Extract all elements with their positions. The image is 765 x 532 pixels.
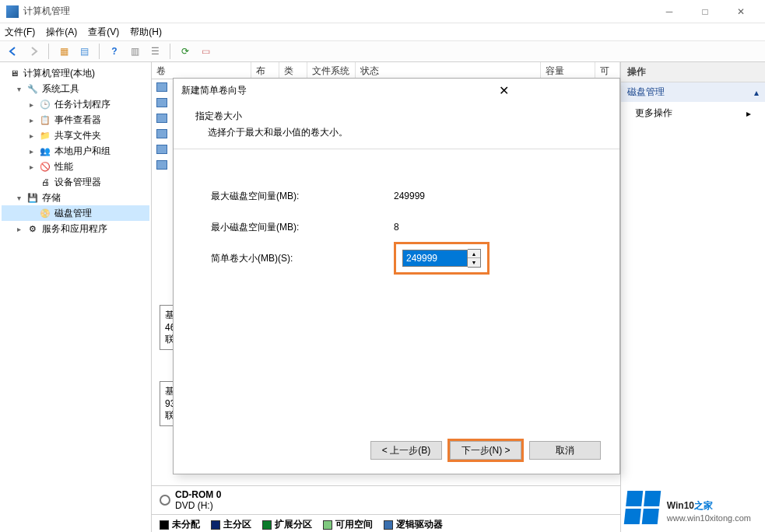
legend: 未分配 主分区 扩展分区 可用空间 逻辑驱动器 xyxy=(152,514,621,532)
col-free[interactable]: 可 xyxy=(595,62,620,79)
col-status[interactable]: 状态 xyxy=(356,62,541,79)
toolbar-separator xyxy=(99,44,100,59)
tree-shared-folders[interactable]: ▸📁共享文件夹 xyxy=(2,128,149,143)
window-title: 计算机管理 xyxy=(23,5,651,18)
expand-icon[interactable]: ▸ xyxy=(26,163,36,171)
toolbar-separator xyxy=(48,44,49,59)
cdrom-name: CD-ROM 0 xyxy=(175,489,221,500)
tree-device-manager[interactable]: 🖨设备管理器 xyxy=(2,174,149,190)
volume-size-label: 简单卷大小(MB)(S): xyxy=(211,252,394,265)
back-button[interactable]: < 上一步(B) xyxy=(370,441,442,460)
volume-icon xyxy=(156,82,167,92)
toolbar-btn-3[interactable]: ▥ xyxy=(126,43,143,60)
cancel-button[interactable]: 取消 xyxy=(529,441,601,460)
col-type[interactable]: 类型 xyxy=(279,62,307,79)
tree-task-scheduler[interactable]: ▸🕒任务计划程序 xyxy=(2,96,149,112)
menu-help[interactable]: 帮助(H) xyxy=(130,26,162,39)
actions-category[interactable]: 磁盘管理▴ xyxy=(621,82,765,102)
watermark-text: Win10之家 www.win10xitong.com xyxy=(667,493,751,523)
tree-label: 性能 xyxy=(54,160,73,173)
expand-icon[interactable]: ▸ xyxy=(26,100,36,109)
device-icon: 🖨 xyxy=(39,176,51,188)
min-space-value: 8 xyxy=(394,222,399,233)
expand-icon[interactable]: ▸ xyxy=(26,131,36,140)
col-filesystem[interactable]: 文件系统 xyxy=(307,62,356,79)
tree-disk-management[interactable]: 📀磁盘管理 xyxy=(2,205,149,221)
menu-view[interactable]: 查看(V) xyxy=(88,26,119,39)
spinner-up-button[interactable]: ▲ xyxy=(468,250,480,258)
refresh-icon[interactable]: ⟳ xyxy=(177,43,194,60)
legend-extended: 扩展分区 xyxy=(262,518,312,531)
volume-icon xyxy=(156,129,167,138)
legend-primary: 主分区 xyxy=(211,518,251,531)
tree-root[interactable]: 🖥计算机管理(本地) xyxy=(2,65,149,81)
toolbar-btn-1[interactable]: ▦ xyxy=(55,43,72,60)
tree-system-tools[interactable]: ▾🔧系统工具 xyxy=(2,81,149,96)
toolbar-btn-2[interactable]: ▤ xyxy=(75,43,93,60)
help-icon[interactable]: ? xyxy=(106,43,123,60)
maximize-button[interactable]: □ xyxy=(687,0,723,23)
volume-list-header: 卷 布局 类型 文件系统 状态 容量 可 xyxy=(152,62,620,79)
col-layout[interactable]: 布局 xyxy=(251,62,279,79)
expand-icon[interactable]: ▸ xyxy=(26,147,36,156)
services-icon: ⚙ xyxy=(26,222,39,235)
watermark-url: www.win10xitong.com xyxy=(667,513,751,523)
app-icon xyxy=(6,5,19,18)
volume-icon xyxy=(156,145,167,154)
toolbar-separator xyxy=(170,44,170,59)
expand-icon[interactable]: ▸ xyxy=(26,116,36,124)
tree-event-viewer[interactable]: ▸📋事件查看器 xyxy=(2,112,149,128)
event-icon: 📋 xyxy=(39,114,51,126)
back-button[interactable] xyxy=(5,43,22,60)
actions-more[interactable]: 更多操作▸ xyxy=(621,102,765,124)
spinner-down-button[interactable]: ▼ xyxy=(468,258,480,267)
forward-button[interactable] xyxy=(25,43,42,60)
watermark-brand: Win10 xyxy=(667,500,694,511)
menu-action[interactable]: 操作(A) xyxy=(46,26,77,39)
col-volume[interactable]: 卷 xyxy=(152,62,251,79)
cdrom-text: CD-ROM 0 DVD (H:) xyxy=(175,489,221,511)
disc-icon xyxy=(160,495,170,506)
tools-icon: 🔧 xyxy=(26,82,39,95)
toolbar-btn-5[interactable]: ▭ xyxy=(197,43,214,60)
actions-header: 操作 xyxy=(621,62,765,82)
close-button[interactable]: ✕ xyxy=(723,0,759,23)
tree-pane: 🖥计算机管理(本地) ▾🔧系统工具 ▸🕒任务计划程序 ▸📋事件查看器 ▸📁共享文… xyxy=(0,62,152,532)
tree-label: 任务计划程序 xyxy=(54,98,111,111)
next-button[interactable]: 下一步(N) > xyxy=(450,441,521,460)
new-volume-wizard-dialog: 新建简单卷向导 ✕ 指定卷大小 选择介于最大和最小值的卷大小。 最大磁盘空间量(… xyxy=(173,78,620,474)
tree-local-users[interactable]: ▸👥本地用户和组 xyxy=(2,143,149,159)
clock-icon: 🕒 xyxy=(39,98,51,110)
cdrom-drive: DVD (H:) xyxy=(175,500,221,511)
menu-file[interactable]: 文件(F) xyxy=(5,26,35,39)
volume-size-row: 简单卷大小(MB)(S): ▲ ▼ xyxy=(211,243,598,274)
storage-icon: 💾 xyxy=(26,191,39,204)
dialog-title: 新建简单卷向导 xyxy=(181,84,397,97)
legend-free: 可用空间 xyxy=(323,518,373,531)
dialog-close-button[interactable]: ✕ xyxy=(397,83,612,98)
collapse-icon[interactable]: ▾ xyxy=(14,85,23,93)
chevron-right-icon: ▸ xyxy=(746,108,751,119)
actions-item-label: 更多操作 xyxy=(635,107,672,120)
menu-bar: 文件(F) 操作(A) 查看(V) 帮助(H) xyxy=(0,23,765,40)
tree-label: 计算机管理(本地) xyxy=(23,67,95,80)
tree-label: 本地用户和组 xyxy=(54,145,111,158)
actions-pane: 操作 磁盘管理▴ 更多操作▸ xyxy=(621,62,765,532)
tree-services[interactable]: ▸⚙服务和应用程序 xyxy=(2,221,149,236)
tree-performance[interactable]: ▸🚫性能 xyxy=(2,159,149,174)
dialog-body: 指定卷大小 选择介于最大和最小值的卷大小。 最大磁盘空间量(MB): 24999… xyxy=(174,102,619,274)
toolbar-btn-4[interactable]: ☰ xyxy=(146,43,163,60)
cdrom-block[interactable]: CD-ROM 0 DVD (H:) xyxy=(152,486,621,514)
tree-storage[interactable]: ▾💾存储 xyxy=(2,190,149,205)
dialog-separator xyxy=(174,149,619,149)
minimize-button[interactable]: ─ xyxy=(651,0,687,23)
col-capacity[interactable]: 容量 xyxy=(541,62,595,79)
volume-size-input[interactable] xyxy=(402,250,468,267)
legend-unallocated: 未分配 xyxy=(160,518,200,531)
actions-category-label: 磁盘管理 xyxy=(627,86,665,99)
expand-icon[interactable]: ▸ xyxy=(14,225,23,233)
folder-icon: 📁 xyxy=(39,129,51,142)
collapse-icon[interactable]: ▾ xyxy=(14,194,23,202)
watermark-brand-accent: 之家 xyxy=(694,500,713,511)
watermark: Win10之家 www.win10xitong.com xyxy=(626,491,751,524)
